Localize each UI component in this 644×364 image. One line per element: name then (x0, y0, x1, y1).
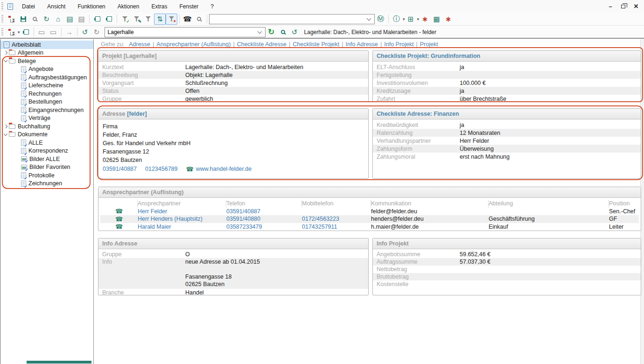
tree-item-angebote[interactable]: Angebote (0, 65, 93, 74)
tree-item-korrespondenz[interactable]: Korrespondenz (0, 147, 93, 155)
tree-item-bilder-favoriten[interactable]: Bilder Favoriten (0, 163, 93, 172)
chevron-down-icon[interactable] (257, 29, 262, 34)
contact-mobile-link[interactable]: 0172/4563223 (302, 216, 371, 222)
project-combobox-input[interactable] (105, 28, 258, 37)
filter-color-button[interactable]: ● (166, 14, 177, 25)
tree-item-arbeitsblatt[interactable]: Arbeitsblatt (0, 41, 93, 49)
table-row[interactable]: ☎ Herr Henders (Hauptsitz) 03591/40880 0… (100, 215, 639, 223)
filter-icon[interactable] (142, 14, 154, 25)
add-image-button[interactable]: ∗ (419, 14, 431, 25)
panel-adresse-header[interactable]: Adresse [felder] (98, 109, 368, 119)
chevron-down-icon[interactable] (367, 16, 371, 21)
panel-checkliste-adresse-header[interactable]: Checkliste Adresse: Finanzen (373, 109, 641, 119)
restore-button[interactable] (621, 5, 625, 8)
website-link[interactable]: www.handel-felder.de (196, 166, 252, 172)
chevron-right-icon[interactable] (4, 51, 7, 55)
assign-icon[interactable]: → (63, 27, 75, 38)
tree-item-dokumente[interactable]: Dokumente (0, 131, 93, 139)
goto-link-ansprechpartner[interactable]: Ansprechpartner (Auflistung) (156, 41, 231, 48)
contact-name-link[interactable]: Harald Maier (138, 224, 226, 230)
close-button[interactable]: ✕ (632, 3, 640, 10)
toolbar2-grip[interactable] (1, 28, 3, 36)
print-preview-icon[interactable] (103, 14, 115, 25)
refresh-icon[interactable]: ↻ (41, 14, 52, 25)
menu-ansicht[interactable]: Ansicht (41, 0, 71, 13)
tree-item-protokolle[interactable]: Protokolle (0, 171, 93, 180)
tree-item-belege[interactable]: Belege (0, 57, 93, 65)
goto-link-adresse[interactable]: Adresse (129, 41, 150, 48)
minimize-button[interactable]: – (606, 3, 615, 10)
phone-link-1[interactable]: 03591/40887 (103, 166, 137, 172)
tree-item-alle[interactable]: ALLE (0, 139, 93, 147)
tree-item-lieferscheine[interactable]: Lieferscheine (0, 82, 93, 90)
search-reset-button[interactable]: ↺ (289, 27, 301, 38)
menu-funktionen[interactable]: Funktionen (71, 0, 111, 13)
add-info-button[interactable]: ⓘ (391, 14, 402, 25)
print-worksheet-button[interactable] (20, 27, 32, 38)
history-forward-button[interactable]: ↻ (91, 27, 103, 38)
menu-aktionen[interactable]: Aktionen (112, 0, 146, 13)
phone-link-2[interactable]: 0123456789 (145, 166, 178, 172)
menu-fenster[interactable]: Fenster (173, 0, 204, 13)
panel-info-projekt-header[interactable]: Info Projekt (373, 238, 641, 249)
chevron-down-icon[interactable] (4, 132, 7, 136)
refresh-worksheet-button[interactable]: ↻ (266, 27, 277, 38)
phone-icon[interactable]: ☎ (182, 14, 193, 25)
chevron-right-icon[interactable] (4, 125, 7, 128)
quick-search-combobox[interactable] (209, 14, 375, 24)
sort-az-button[interactable]: ⇅ (154, 14, 166, 25)
phone-call-icon[interactable]: ☎ (186, 166, 194, 173)
print-icon[interactable] (91, 14, 103, 25)
tree-item-rechnungen[interactable]: Rechnungen (0, 90, 93, 98)
tree-item-auftragsbestaetigungen[interactable]: Auftragsbestätigungen (0, 73, 93, 82)
tree-item-bestellungen[interactable]: Bestellungen (0, 98, 93, 106)
contact-phone-link[interactable]: 03591/40887 (226, 208, 302, 215)
menu-datei[interactable]: Datei (16, 0, 41, 13)
sidebar-horizontal-scrollbar-thumb[interactable] (27, 361, 91, 364)
history-document-icon[interactable]: ▤ (76, 14, 87, 25)
contact-mobile-link[interactable]: 01743257911 (302, 224, 371, 230)
comment-expand-icon[interactable]: ▭ (48, 27, 59, 38)
filter-edit-icon[interactable]: ✎ (131, 14, 142, 25)
menu-extras[interactable]: Extras (145, 0, 173, 13)
home-icon[interactable]: ⌂ (52, 14, 64, 25)
goto-link-info-projekt[interactable]: Info Projekt (384, 41, 413, 48)
tree-item-allgemein[interactable]: Allgemein (0, 49, 93, 57)
panel-ansprechpartner-header[interactable]: Ansprechpartner (Auflistung) (98, 187, 641, 198)
chevron-down-icon[interactable] (4, 58, 7, 62)
add-node-button[interactable]: ⊞ (405, 14, 417, 25)
save-icon[interactable] (17, 14, 29, 25)
contact-name-link[interactable]: Herr Felder (138, 208, 226, 215)
project-combobox[interactable] (105, 27, 266, 37)
tree-item-bilder-alle[interactable]: Bilder ALLE (0, 155, 93, 163)
toolbar1-grip[interactable] (1, 15, 3, 23)
menu-help[interactable]: ? (204, 0, 220, 13)
search-macro-button[interactable]: Ⓜ (375, 14, 386, 25)
filter-check-icon[interactable]: ✓ (119, 14, 131, 25)
contact-phone-icon[interactable]: ☎ (100, 216, 138, 223)
table-row[interactable]: ☎ Herr Felder 03591/40887 felder@felder.… (100, 208, 639, 216)
quick-search-input[interactable] (210, 14, 367, 24)
goto-link-info-adresse[interactable]: Info Adresse (346, 41, 378, 48)
note-icon[interactable]: ▤ (64, 14, 76, 25)
tree-item-zeichnungen[interactable]: Zeichnungen (0, 180, 93, 188)
table-row[interactable]: ☎ Harald Maier 03587233479 01743257911 h… (100, 223, 639, 231)
comment-collapse-icon[interactable]: ▭ (36, 27, 48, 38)
search-check-button[interactable] (277, 27, 289, 38)
tree-item-vertraege[interactable]: Verträge (0, 114, 93, 123)
contact-name-link[interactable]: Herr Henders (Hauptsitz) (138, 216, 226, 222)
find-records-icon[interactable] (193, 14, 205, 25)
menubar-grip[interactable] (1, 2, 3, 10)
adresse-record-link[interactable]: [felder] (127, 111, 147, 117)
worksheet-tree-icon[interactable] (6, 14, 17, 25)
history-back-button[interactable]: ↺ (79, 27, 91, 38)
goto-link-projekt[interactable]: Projekt (420, 41, 438, 48)
panel-checkliste-projekt-header[interactable]: Checkliste Projekt: Grundinformation (373, 51, 641, 62)
tree-item-eingangsrechnungen[interactable]: Eingangsrechnungen (0, 106, 93, 114)
contact-phone-link[interactable]: 03591/40880 (226, 216, 302, 222)
goto-link-checkliste-adresse[interactable]: Checkliste Adresse (237, 41, 287, 48)
panel-projekt-header[interactable]: Projekt [Lagerhalle] (98, 51, 368, 62)
tree-item-buchhaltung[interactable]: Buchhaltung (0, 122, 93, 131)
contact-phone-icon[interactable]: ☎ (100, 223, 138, 230)
view-tree-button[interactable] (6, 27, 17, 38)
